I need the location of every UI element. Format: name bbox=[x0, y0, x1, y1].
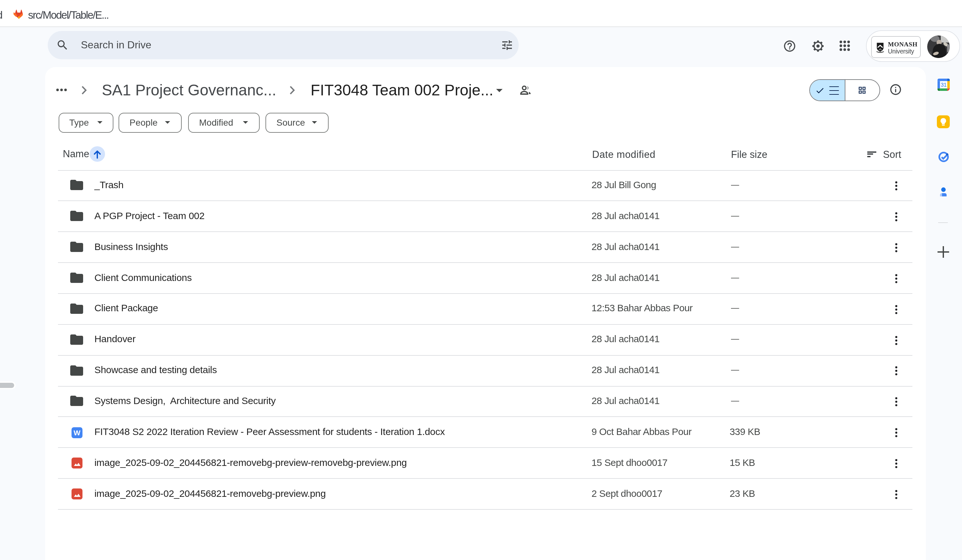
svg-text:31: 31 bbox=[941, 82, 946, 87]
svg-text:W: W bbox=[73, 429, 81, 437]
